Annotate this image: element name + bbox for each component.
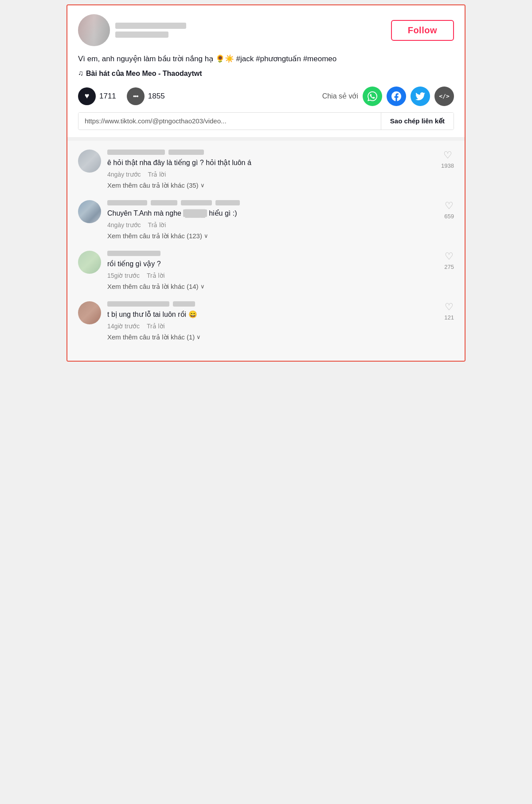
name-bar-2	[115, 32, 168, 38]
comment-main: rồi tiếng gì vậy ? 15giờ trước Trả lời ♡…	[78, 251, 454, 279]
view-more-replies[interactable]: Xem thêm câu trả lời khác (14) ∨	[107, 283, 454, 291]
comment-time: 15giờ trước	[107, 272, 140, 279]
reply-button[interactable]: Trả lời	[147, 323, 165, 330]
view-more-replies[interactable]: Xem thêm câu trả lời khác (123) ∨	[107, 232, 454, 240]
share-label: Chia sẻ với	[322, 92, 358, 100]
like-count: 121	[444, 314, 454, 321]
main-container: Follow Vì em, anh nguyện làm bầu trời nắ…	[66, 4, 466, 362]
view-more-replies[interactable]: Xem thêm câu trả lời khác (1) ∨	[107, 333, 454, 341]
username-bar	[151, 200, 177, 205]
comment-text: rồi tiếng gì vậy ?	[107, 259, 438, 269]
comment-text: Chuyên T.Anh mà nghe ████ hiểu gì :)	[107, 208, 438, 219]
comment-like: ♡ 121	[444, 301, 454, 321]
follow-button[interactable]: Follow	[391, 20, 454, 41]
music-title: Bài hát của Meo Meo - Thaodaytwt	[86, 69, 202, 78]
like-count: 659	[444, 213, 454, 220]
share-whatsapp-button[interactable]	[363, 87, 382, 106]
username-bars	[107, 301, 438, 307]
reply-button[interactable]: Trả lời	[148, 221, 166, 229]
reply-button[interactable]: Trả lời	[147, 272, 165, 279]
comment-main: ê hỏi thật nha đây là tiếng gì ? hỏi thậ…	[78, 150, 454, 178]
username-bar	[215, 200, 240, 205]
comment-meta: 4ngày trước Trả lời	[107, 221, 438, 229]
comment-avatar	[78, 251, 101, 274]
likes-stat: ♥ 1711	[78, 87, 116, 105]
comment-like: ♡ 659	[444, 200, 454, 220]
stats-row: ♥ 1711 ••• 1855 Chia sẻ với </>	[78, 87, 454, 106]
post-section: Follow Vì em, anh nguyện làm bầu trời nắ…	[67, 5, 465, 141]
music-note-icon: ♫	[78, 69, 83, 77]
username-bar	[168, 150, 204, 155]
comment-block: rồi tiếng gì vậy ? 15giờ trước Trả lời ♡…	[78, 251, 454, 291]
comment-block: Chuyên T.Anh mà nghe ████ hiểu gì :) 4ng…	[78, 200, 454, 240]
username-bar	[173, 301, 195, 307]
comment-body: Chuyên T.Anh mà nghe ████ hiểu gì :) 4ng…	[107, 200, 438, 229]
comment-body: t bị ung thư lỗ tai luôn rồi 😄 14giờ trư…	[107, 301, 438, 330]
comments-stat: ••• 1855	[127, 87, 165, 105]
comment-main: Chuyên T.Anh mà nghe ████ hiểu gì :) 4ng…	[78, 200, 454, 229]
like-icon[interactable]: ♥	[78, 87, 96, 105]
chevron-down-icon: ∨	[204, 233, 208, 239]
copy-link-button[interactable]: Sao chép liên kết	[381, 113, 454, 130]
heart-icon[interactable]: ♡	[445, 200, 454, 212]
comment-text: t bị ung thư lỗ tai luôn rồi 😄	[107, 309, 438, 320]
music-line: ♫ Bài hát của Meo Meo - Thaodaytwt	[78, 69, 454, 78]
username-bar	[181, 200, 212, 205]
view-more-text: Xem thêm câu trả lời khác (1)	[107, 333, 195, 341]
username-bar	[107, 150, 165, 155]
comment-time: 4ngày trước	[107, 221, 141, 229]
heart-icon[interactable]: ♡	[445, 301, 454, 313]
view-more-replies[interactable]: Xem thêm câu trả lời khác (35) ∨	[107, 181, 454, 189]
view-more-text: Xem thêm câu trả lời khác (35)	[107, 181, 199, 189]
comment-main: t bị ung thư lỗ tai luôn rồi 😄 14giờ trư…	[78, 301, 454, 330]
comments-section: ê hỏi thật nha đây là tiếng gì ? hỏi thậ…	[67, 141, 465, 361]
link-input[interactable]	[78, 113, 381, 129]
comment-avatar	[78, 301, 101, 324]
reply-button[interactable]: Trả lời	[148, 171, 166, 178]
comment-meta: 15giờ trước Trả lời	[107, 272, 438, 279]
username-bars	[107, 251, 438, 256]
share-twitter-button[interactable]	[411, 87, 430, 106]
username-bar	[107, 251, 160, 256]
like-count: 1938	[441, 162, 454, 169]
comment-block: t bị ung thư lỗ tai luôn rồi 😄 14giờ trư…	[78, 301, 454, 341]
share-section: Chia sẻ với </>	[322, 87, 454, 106]
view-more-text: Xem thêm câu trả lời khác (123)	[107, 232, 202, 240]
comment-like: ♡ 275	[444, 251, 454, 270]
chevron-down-icon: ∨	[200, 283, 205, 290]
username-bars	[107, 200, 438, 205]
username-bars	[107, 150, 435, 155]
comment-meta: 14giờ trước Trả lời	[107, 323, 438, 330]
comment-body: ê hỏi thật nha đây là tiếng gì ? hỏi thậ…	[107, 150, 435, 178]
username-bar	[107, 301, 169, 307]
comment-avatar	[78, 200, 101, 223]
view-more-text: Xem thêm câu trả lời khác (14)	[107, 283, 199, 291]
name-bar-1	[115, 23, 186, 29]
username-bar	[107, 200, 147, 205]
like-count: 275	[444, 264, 454, 270]
likes-count: 1711	[99, 92, 116, 101]
share-embed-button[interactable]: </>	[434, 87, 454, 106]
comment-avatar	[78, 150, 101, 173]
share-facebook-button[interactable]	[387, 87, 406, 106]
comment-time: 14giờ trước	[107, 323, 140, 330]
heart-icon[interactable]: ♡	[445, 251, 454, 262]
avatar	[78, 14, 110, 46]
heart-icon[interactable]: ♡	[443, 150, 452, 161]
comment-like: ♡ 1938	[441, 150, 454, 169]
comment-block: ê hỏi thật nha đây là tiếng gì ? hỏi thậ…	[78, 150, 454, 189]
name-placeholder	[115, 23, 186, 38]
comments-count: 1855	[148, 92, 165, 101]
chevron-down-icon: ∨	[196, 334, 201, 340]
comment-icon[interactable]: •••	[127, 87, 145, 105]
comment-time: 4ngày trước	[107, 171, 141, 178]
profile-left	[78, 14, 186, 46]
comment-meta: 4ngày trước Trả lời	[107, 171, 435, 178]
post-caption: Vì em, anh nguyện làm bầu trời nắng hạ 🌻…	[78, 53, 454, 65]
profile-row: Follow	[78, 14, 454, 46]
link-row: Sao chép liên kết	[78, 112, 454, 130]
chevron-down-icon: ∨	[200, 182, 205, 189]
comment-text: ê hỏi thật nha đây là tiếng gì ? hỏi thậ…	[107, 158, 435, 168]
comment-body: rồi tiếng gì vậy ? 15giờ trước Trả lời	[107, 251, 438, 279]
